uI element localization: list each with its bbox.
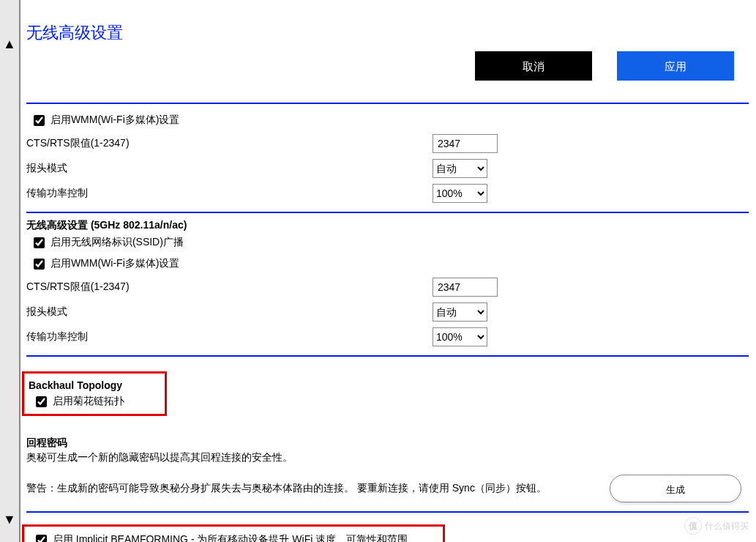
watermark-text: 什么值得买 (705, 520, 749, 532)
cancel-button[interactable]: 取消 (475, 51, 592, 81)
ssid-5g-label: 启用无线网络标识(SSID)广播 (50, 236, 184, 248)
divider (26, 511, 749, 513)
scroll-bar[interactable]: ▲ ▼ (0, 0, 20, 542)
return-pw-desc: 奥秘可生成一个新的隐藏密码以提高其回程连接的安全性。 (26, 451, 749, 464)
power-24-label: 传输功率控制 (26, 187, 433, 200)
scroll-up-arrow[interactable]: ▲ (3, 37, 16, 52)
daisy-checkbox[interactable] (36, 396, 47, 407)
preamble-24-label: 报头模式 (26, 162, 433, 175)
wmm-24-label: 启用WMM(Wi-Fi多媒体)设置 (50, 114, 180, 125)
return-pw-heading: 回程密码 (26, 437, 749, 450)
power-24-select[interactable]: 100% (433, 184, 487, 203)
daisy-label: 启用菊花链拓扑 (53, 395, 124, 406)
enable-wmm-5g[interactable]: 启用WMM(Wi-Fi多媒体)设置 (31, 257, 179, 269)
enable-ssid-5g[interactable]: 启用无线网络标识(SSID)广播 (31, 236, 184, 248)
ssid-5g-checkbox[interactable] (34, 237, 45, 248)
divider (26, 212, 749, 213)
return-pw-warning: 警告：生成新的密码可能导致奥秘分身扩展失去与奥秘本体路由的连接。 要重新连接，请… (26, 482, 580, 495)
section-5ghz-heading: 无线高级设置 (5GHz 802.11a/n/ac) (26, 219, 749, 232)
bf-label: 启用 Implicit BEAMFORMING - 为所有移动设备提升 WiFi… (53, 533, 408, 542)
generate-button[interactable]: 生成 (610, 475, 741, 502)
enable-beamforming[interactable]: 启用 Implicit BEAMFORMING - 为所有移动设备提升 WiFi… (33, 533, 408, 542)
power-5g-label: 传输功率控制 (26, 330, 433, 344)
action-buttons: 取消 应用 (26, 51, 749, 81)
divider (26, 103, 749, 104)
page-title: 无线高级设置 (26, 22, 749, 44)
cts-24-label: CTS/RTS限值(1-2347) (26, 137, 433, 150)
divider (26, 355, 749, 357)
bf-checkbox[interactable] (36, 535, 47, 542)
backhaul-heading: Backhaul Topology (29, 379, 160, 391)
features-section-highlight: 启用 Implicit BEAMFORMING - 为所有移动设备提升 WiFi… (22, 524, 445, 542)
cts-24-input[interactable] (433, 134, 498, 153)
watermark: 值 什么值得买 (684, 517, 749, 535)
watermark-icon: 值 (684, 517, 702, 535)
power-5g-select[interactable]: 100% (433, 327, 487, 346)
backhaul-section-highlight: Backhaul Topology 启用菊花链拓扑 (22, 371, 167, 416)
wmm-5g-label: 启用WMM(Wi-Fi多媒体)设置 (50, 257, 180, 269)
enable-daisy-chain[interactable]: 启用菊花链拓扑 (33, 395, 124, 406)
preamble-5g-label: 报头模式 (26, 305, 433, 319)
scroll-down-arrow[interactable]: ▼ (3, 512, 16, 527)
apply-button[interactable]: 应用 (617, 51, 734, 81)
preamble-24-select[interactable]: 自动 (433, 159, 487, 178)
wmm-5g-checkbox[interactable] (34, 259, 45, 270)
cts-5g-label: CTS/RTS限值(1-2347) (26, 281, 433, 294)
preamble-5g-select[interactable]: 自动 (433, 302, 487, 322)
wmm-24-checkbox[interactable] (34, 115, 45, 126)
cts-5g-input[interactable] (433, 278, 498, 297)
enable-wmm-24g[interactable]: 启用WMM(Wi-Fi多媒体)设置 (31, 114, 179, 125)
